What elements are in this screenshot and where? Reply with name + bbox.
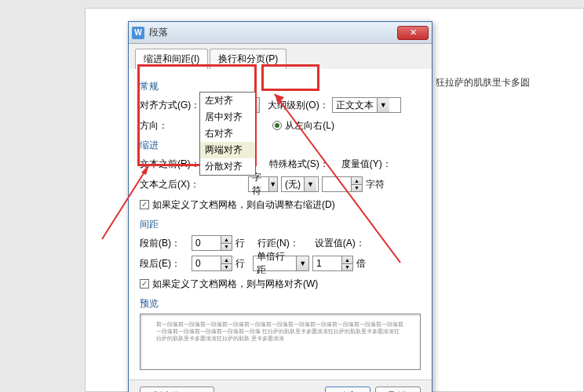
align-label: 对齐方式(G)： (140, 99, 200, 112)
spin-down-icon[interactable]: ▼ (221, 264, 232, 271)
space-after-spinner[interactable]: 0 ▲▼ (192, 256, 232, 271)
dialog-title: 段落 (149, 26, 397, 39)
chevron-down-icon[interactable]: ▼ (268, 177, 277, 191)
spin-up-icon[interactable]: ▲ (221, 256, 232, 264)
special-value: (无) (282, 178, 304, 191)
space-before-spinner[interactable]: 0 ▲▼ (192, 235, 232, 251)
paragraph-dialog: W 段落 ✕ 缩进和间距(I) 换行和分页(P) 常规 对齐方式(G)： 两端对… (128, 21, 433, 392)
setvalue-unit: 倍 (356, 257, 366, 270)
chevron-down-icon[interactable]: ▼ (296, 256, 308, 270)
direction-label: 方向： (140, 119, 204, 132)
radio-ltr[interactable] (272, 121, 282, 130)
outline-combo[interactable]: 正文文本 ▼ (332, 97, 401, 113)
space-before-label: 段前(B)： (140, 237, 188, 250)
spin-down-icon[interactable]: ▼ (221, 244, 232, 251)
auto-adjust-label: 如果定义了文档网格，则自动调整右缩进(D) (152, 198, 335, 212)
chevron-down-icon[interactable]: ▼ (304, 177, 316, 191)
close-button[interactable]: ✕ (397, 26, 429, 40)
setvalue-spinner[interactable]: 1 ▲▼ (312, 256, 353, 271)
space-after-value[interactable]: 0 (192, 256, 221, 270)
spin-up-icon[interactable]: ▲ (352, 177, 362, 185)
setvalue-label: 设置值(A)： (315, 237, 365, 250)
align-option-right[interactable]: 右对齐 (200, 125, 255, 142)
space-after-label: 段后(E)： (140, 257, 188, 270)
outline-label: 大纲级别(O)： (268, 99, 328, 112)
button-row: 制表位(T)... 确定 取消 (129, 379, 432, 392)
setvalue-value[interactable]: 1 (313, 256, 341, 270)
tab-pagebreak[interactable]: 换行和分页(P) (210, 49, 287, 69)
unit-line2: 行 (235, 257, 245, 270)
measure-label: 度量值(Y)： (341, 158, 392, 171)
preview-box: 前一段落前一段落前一段落前一段落前一段落前一段落前一段落前一段落前一段落前一段落… (140, 314, 421, 370)
document-text: 狂拉萨的肌肤里卡多圆 (436, 76, 530, 89)
linespacing-label: 行距(N)： (257, 237, 299, 250)
tab-indent[interactable]: 缩进和间距(I) (135, 49, 208, 69)
auto-adjust-checkbox[interactable] (140, 200, 149, 209)
measure-value[interactable] (323, 177, 351, 191)
outline-value: 正文文本 (333, 99, 377, 112)
align-option-justify[interactable]: 两端对齐 (200, 142, 255, 158)
dialog-content: 常规 对齐方式(G)： 两端对齐 ▼ 大纲级别(O)： 正文文本 ▼ 方向： 从… (129, 69, 432, 379)
align-option-center[interactable]: 居中对齐 (200, 109, 255, 125)
app-icon: W (132, 27, 144, 39)
tab-strip: 缩进和间距(I) 换行和分页(P) (129, 44, 432, 69)
grid-align-checkbox[interactable] (140, 279, 149, 289)
grid-align-label: 如果定义了文档网格，则与网格对齐(W) (152, 278, 318, 291)
space-before-value[interactable]: 0 (192, 236, 221, 250)
special-combo[interactable]: (无) ▼ (281, 176, 319, 192)
group-general: 常规 (140, 80, 421, 93)
linespacing-value: 单倍行距 (254, 250, 296, 277)
group-indent: 缩进 (140, 139, 421, 152)
chevron-down-icon[interactable]: ▼ (377, 98, 389, 112)
spin-down-icon[interactable]: ▼ (352, 185, 362, 192)
titlebar[interactable]: W 段落 ✕ (129, 22, 432, 44)
measure-unit: 字符 (366, 178, 385, 191)
cancel-button[interactable]: 取消 (375, 387, 421, 392)
align-option-left[interactable]: 左对齐 (200, 93, 255, 109)
spin-up-icon[interactable]: ▲ (342, 256, 352, 264)
spin-down-icon[interactable]: ▼ (342, 264, 352, 271)
measure-spinner[interactable]: ▲▼ (322, 176, 363, 192)
indent-after-label: 文本之后(X)： (140, 178, 199, 191)
unit-line: 行 (235, 237, 245, 250)
tabstop-button[interactable]: 制表位(T)... (140, 387, 214, 392)
ok-button[interactable]: 确定 (325, 387, 370, 392)
group-preview: 预览 (140, 297, 421, 310)
align-option-distribute[interactable]: 分散对齐 (200, 158, 255, 175)
ltr-label: 从左向右(L) (285, 119, 334, 132)
indent-before-label: 文本之前(R)： (140, 158, 200, 171)
align-dropdown[interactable]: 左对齐 居中对齐 右对齐 两端对齐 分散对齐 (199, 92, 256, 176)
linespacing-combo[interactable]: 单倍行距 ▼ (253, 256, 309, 271)
spin-up-icon[interactable]: ▲ (221, 236, 232, 244)
group-spacing: 间距 (140, 218, 421, 231)
indent-unit-combo[interactable]: 字符 ▼ (248, 176, 278, 192)
special-label: 特殊格式(S)： (269, 158, 329, 171)
